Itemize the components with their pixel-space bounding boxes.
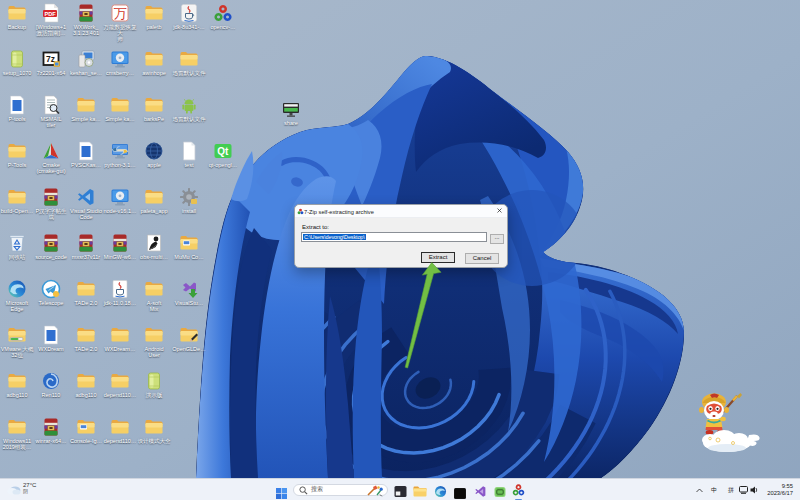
- svg-text:PDF: PDF: [44, 11, 56, 17]
- svg-text:7z: 7z: [46, 54, 55, 64]
- svg-text:万: 万: [114, 6, 127, 21]
- svg-text:Qt: Qt: [217, 146, 229, 157]
